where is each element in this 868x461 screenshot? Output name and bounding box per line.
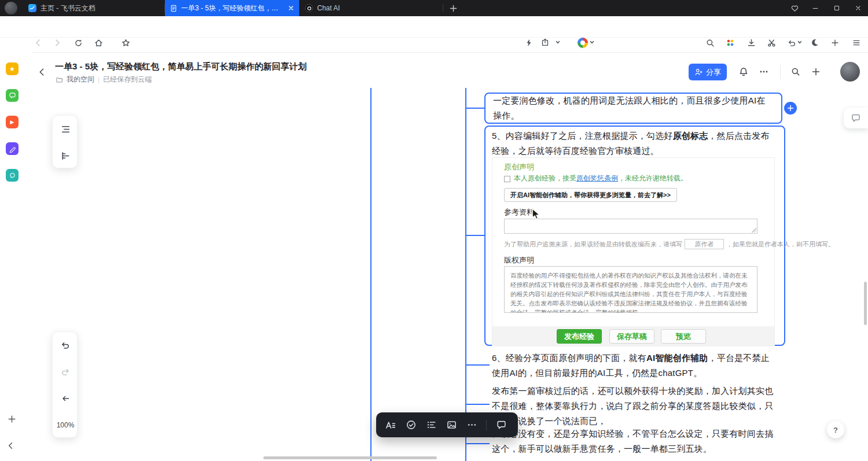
insert-image-icon[interactable] (446, 419, 457, 431)
chevron-down-icon[interactable] (588, 38, 596, 46)
outline-list-icon[interactable] (53, 116, 78, 142)
heart-icon[interactable] (786, 0, 803, 16)
step5-bold-text: 原创标志 (673, 131, 708, 141)
back-icon[interactable] (31, 36, 45, 50)
mindmap-structure-icon[interactable] (53, 142, 78, 169)
close-tab-icon[interactable] (288, 5, 294, 11)
forward-icon[interactable] (50, 36, 64, 50)
add-block-button[interactable] (784, 102, 797, 115)
app-wechat-icon[interactable] (6, 89, 19, 102)
original-checkbox[interactable] (504, 176, 510, 182)
doc-floating-toolbar (376, 412, 518, 437)
source-note-row: 为了帮助用户追溯来源，如果该经验是由转载改编而来，请填写 原作者 ，如果您就是作… (504, 239, 834, 249)
canvas-controls-panel: 100% (52, 331, 78, 438)
menu-hamburger-icon[interactable] (849, 36, 863, 50)
browser-window: 主页 - 飞书云文档 一单3 - 5块，写经验领红包，简单易... Chat A… (0, 0, 868, 461)
paragraph-7: 发布第一篇审核过后的话，还可以额外获得十块的奖励，加入计划其实也不是很难，整体要… (492, 383, 781, 429)
doc-add-icon[interactable] (808, 64, 823, 79)
reference-textarea[interactable] (504, 219, 757, 234)
comment-icon[interactable] (495, 419, 507, 431)
extensions-icon[interactable] (723, 36, 737, 50)
fit-to-screen-icon[interactable] (53, 385, 78, 412)
original-author-input[interactable]: 原作者 (685, 239, 724, 249)
doc-search-icon[interactable] (788, 64, 803, 79)
selected-note-block[interactable]: 一定要润色修改，机器的用词是无法跟人相比的，而且很多少使用AI在操作。 (484, 93, 782, 124)
horizontal-scrollbar[interactable] (263, 456, 437, 459)
share-page-icon[interactable] (538, 36, 552, 50)
notification-bell-icon[interactable] (736, 64, 751, 79)
step5-paragraph: 5、内容编辑好了之后，注意根据提示，勾选好原创标志，然后点击发布经验，之后就等待… (492, 128, 772, 158)
tab-current-doc[interactable]: 一单3 - 5块，写经验领红包，简单易... (165, 0, 299, 16)
original-checkbox-label: 本人原创经验，接受原创奖惩条例，未经允许谢绝转载。 (514, 174, 687, 183)
chevron-down-icon[interactable] (554, 38, 562, 46)
play-glyph: ▶ (10, 119, 14, 125)
share-button[interactable]: 分享 (689, 64, 727, 80)
download-icon[interactable] (744, 36, 758, 50)
sidebar-add-icon[interactable] (5, 412, 19, 426)
close-window-button[interactable] (849, 0, 867, 16)
lightning-icon[interactable] (522, 36, 536, 50)
screenshot-scissors-icon[interactable] (764, 36, 778, 50)
document-icon (170, 5, 177, 12)
help-button[interactable]: ? (827, 421, 844, 438)
tab-feishu-home[interactable]: 主页 - 飞书云文档 (23, 0, 164, 16)
comments-panel-button[interactable] (844, 108, 868, 128)
step6-paragraph: 6、经验分享页面原创声明的下面，就有AI智能创作辅助，平台是不禁止使用AI的，但… (492, 351, 778, 381)
app-video-icon[interactable]: ▶ (6, 116, 19, 128)
mindmap-connector (465, 108, 484, 109)
reward-rules-link[interactable]: 原创奖惩条例 (576, 174, 618, 182)
undo-icon[interactable] (53, 332, 78, 359)
feishu-logo-icon (28, 4, 36, 12)
tab-title: 主页 - 飞书云文档 (41, 3, 159, 13)
more-options-icon[interactable] (756, 64, 771, 79)
note-text: ，如果您就是作者本人，则不用填写。 (726, 240, 834, 249)
mindmap-branch-line (465, 88, 466, 461)
folder-icon (56, 76, 63, 83)
copyright-legal-text: 百度经验的用户不得侵犯包括他人的著作权在内的知识产权以及其他合法权利，请勿在未经… (504, 266, 757, 313)
add-icon[interactable] (828, 36, 842, 50)
maximize-button[interactable] (828, 0, 845, 16)
save-draft-button[interactable]: 保存草稿 (609, 329, 654, 344)
publish-button[interactable]: 发布经验 (557, 329, 602, 344)
preview-button[interactable]: 预览 (661, 329, 706, 344)
header-divider (780, 65, 781, 79)
favorite-star-icon[interactable]: ☆ (290, 62, 297, 72)
browser-user-avatar[interactable] (5, 2, 17, 14)
share-button-label: 分享 (706, 67, 721, 78)
task-check-icon[interactable] (405, 419, 417, 431)
paragraph-8: 但核心没有变，还是分享知识经验，不管平台怎么设定，只要有时间去搞这个，新手可以做… (492, 426, 781, 456)
doc-title: 一单3 - 5块，写经验领红包，简单易上手可长期操作的新回享计划 (55, 61, 307, 72)
new-tab-button[interactable] (447, 2, 459, 14)
chat-ai-logo-icon (305, 4, 313, 12)
chevron-down-icon[interactable] (796, 38, 804, 46)
doc-back-icon[interactable] (34, 64, 49, 79)
ai-assist-button[interactable]: 开启AI智能创作辅助，帮你获得更多浏览量，前去了解>> (504, 188, 677, 202)
tab-title: Chat AI (317, 4, 437, 12)
vertical-scrollbar[interactable] (864, 282, 867, 325)
document-top-divider (32, 52, 868, 53)
doc-breadcrumb-row: 我的空间 | 已经保存到云端 (56, 75, 152, 84)
text-style-icon[interactable] (385, 419, 396, 431)
app-pen-icon[interactable] (6, 142, 19, 155)
refresh-icon[interactable] (71, 36, 85, 50)
app-chat-icon[interactable] (6, 169, 19, 182)
more-tools-icon[interactable] (466, 419, 477, 431)
star-glyph: ★ (9, 65, 15, 73)
search-icon[interactable] (703, 36, 717, 50)
home-icon[interactable] (91, 36, 105, 50)
user-avatar[interactable] (840, 62, 860, 82)
tab-chat-ai[interactable]: Chat AI (300, 0, 442, 16)
bookmark-star-icon[interactable] (119, 36, 133, 50)
collapse-sidebar-icon[interactable] (3, 438, 17, 452)
bullet-list-icon[interactable] (425, 419, 437, 431)
minimize-button[interactable] (807, 0, 824, 16)
original-declaration-title: 原创声明 (504, 162, 534, 172)
resize-grip[interactable] (752, 228, 756, 233)
dark-mode-moon-icon[interactable] (808, 36, 822, 50)
breadcrumb[interactable]: 我的空间 (67, 75, 94, 84)
browser-profile-icon[interactable] (578, 38, 588, 48)
app-star-icon[interactable]: ★ (6, 62, 19, 75)
tab-separator (443, 4, 443, 12)
zoom-level[interactable]: 100% (53, 412, 78, 438)
redo-icon[interactable] (53, 359, 78, 385)
